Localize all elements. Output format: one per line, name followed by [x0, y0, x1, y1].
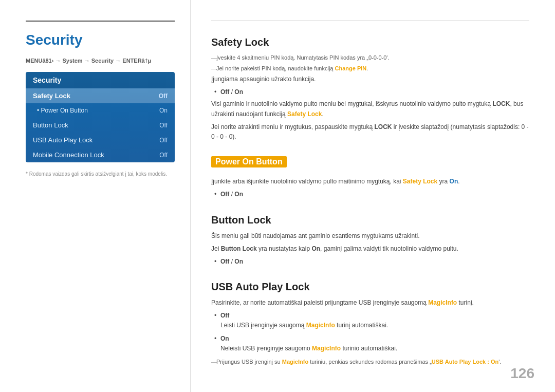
- section-button-lock: Button Lock Šis meniu gali būti naudojam…: [211, 214, 529, 267]
- safety-lock-bullet1: Off / On: [220, 87, 529, 97]
- mobile-connection-lock-value: Off: [159, 152, 168, 159]
- usb-auto-play-lock-title: USB Auto Play Lock: [211, 281, 529, 293]
- footnote: * Rodomas vaizdas gali skirtis atsižvelg…: [26, 171, 175, 178]
- menu-item-usb-auto-play-lock[interactable]: USB Auto Play Lock Off: [26, 133, 175, 147]
- magic-info-link2: MagicInfo: [306, 322, 335, 329]
- button-lock-title: Button Lock: [211, 214, 529, 226]
- power-on-button-bullet1: Off / On: [220, 190, 529, 199]
- magic-info-link3: MagicInfo: [312, 345, 341, 352]
- usb-lock-msg: USB Auto Play Lock : On: [432, 359, 498, 365]
- menu-item-safety-lock[interactable]: Safety Lock Off: [26, 88, 175, 103]
- safety-lock-link[interactable]: Safety Lock: [287, 110, 322, 118]
- button-lock-body2: Jei Button Lock yra nustatytas kaip On, …: [211, 244, 529, 254]
- mobile-connection-lock-label: Mobile Connection Lock: [33, 151, 159, 159]
- left-panel: Security MENUâ81› → System → Security → …: [0, 0, 190, 392]
- safety-lock-body1: Įjungiama apsauginio užrakto funkcija.: [211, 74, 529, 84]
- usb-auto-play-lock-value: Off: [159, 137, 168, 144]
- power-on-button-body1: Įjunkite arba išjunkite nuotolinio valdy…: [211, 177, 529, 186]
- power-on-button-value: On: [159, 107, 168, 114]
- button-lock-bullet1: Off / On: [220, 257, 529, 267]
- on-ref: On: [450, 178, 458, 185]
- usb-auto-play-lock-label: USB Auto Play Lock: [33, 136, 159, 144]
- menu-header: Security: [26, 72, 175, 88]
- right-top-rule: [211, 21, 529, 21]
- footnote-text: * Rodomas vaizdas gali skirtis atsižvelg…: [26, 171, 167, 177]
- safety-lock-body3: Jei norite atrakinti meniu ir mygtukus, …: [211, 122, 529, 142]
- breadcrumb-text: MENUâ81› → System → Security → ENTERâ†µ: [26, 58, 151, 64]
- safety-lock-body2: Visi gaminio ir nuotolinio valdymo pulto…: [211, 99, 529, 119]
- safety-lock-note1: Įveskite 4 skaitmeniu PIN kodą. Numatyta…: [211, 53, 529, 62]
- power-on-button-label: • Power On Button: [37, 107, 159, 114]
- magic-info-link1: MagicInfo: [428, 299, 457, 306]
- page-number: 126: [510, 365, 534, 382]
- safety-lock-label: Safety Lock: [33, 92, 159, 100]
- breadcrumb: MENUâ81› → System → Security → ENTERâ†µ: [26, 58, 175, 64]
- top-rule: [26, 21, 175, 22]
- right-panel: Safety Lock Įveskite 4 skaitmeniu PIN ko…: [191, 0, 555, 392]
- menu-item-button-lock[interactable]: Button Lock Off: [26, 118, 175, 133]
- button-lock-label: Button Lock: [33, 121, 159, 129]
- section-safety-lock: Safety Lock Įveskite 4 skaitmeniu PIN ko…: [211, 36, 529, 142]
- usb-on-bullet: OnNeleisti USB įrenginyje saugomo MagicI…: [220, 334, 529, 353]
- menu-item-power-on-button[interactable]: • Power On Button On: [26, 103, 175, 118]
- safety-lock-ref: Safety Lock: [403, 178, 437, 185]
- page-title: Security: [26, 32, 175, 48]
- section-power-on-button: Power On Button Įjunkite arba išjunkite …: [211, 156, 529, 199]
- page-container: Security MENUâ81› → System → Security → …: [0, 0, 555, 392]
- security-menu: Security Safety Lock Off • Power On Butt…: [26, 72, 175, 162]
- safety-lock-title: Safety Lock: [211, 36, 529, 48]
- safety-lock-note2: Jei norite pakeisti PIN kodą, naudokite …: [211, 64, 529, 73]
- button-lock-body1: Šis meniu gali būti naudojamas ant gamin…: [211, 231, 529, 241]
- magic-info-link4: MagicInfo: [282, 359, 308, 365]
- usb-auto-play-lock-body1: Pasirinkite, ar norite automatiškai pale…: [211, 298, 529, 308]
- menu-item-mobile-connection-lock[interactable]: Mobile Connection Lock Off: [26, 147, 175, 162]
- section-usb-auto-play-lock: USB Auto Play Lock Pasirinkite, ar norit…: [211, 281, 529, 366]
- power-on-button-title: Power On Button: [211, 156, 287, 167]
- usb-off-bullet: OffLeisti USB įrenginyje saugomą MagicIn…: [220, 311, 529, 330]
- button-lock-value: Off: [159, 122, 168, 129]
- change-pin-link[interactable]: Change PIN: [335, 65, 367, 71]
- safety-lock-value: Off: [159, 92, 168, 100]
- usb-note: Prijungus USB įrenginį su MagicInfo turi…: [211, 358, 529, 366]
